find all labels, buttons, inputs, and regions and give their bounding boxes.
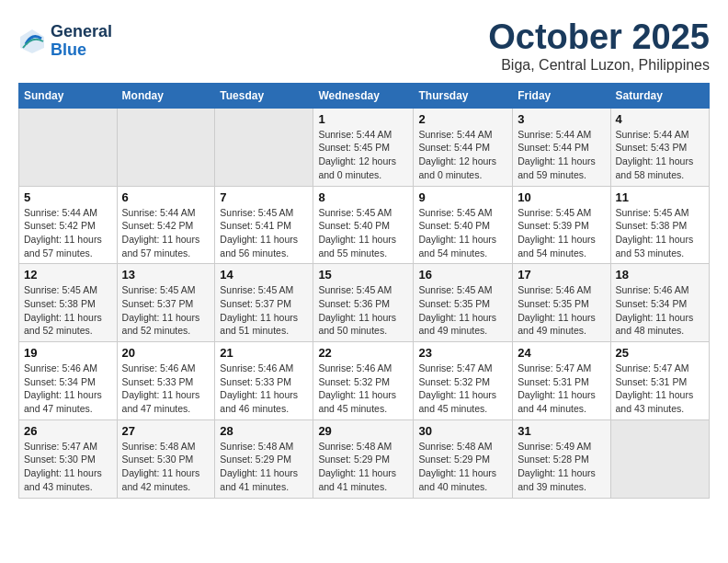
day-info: Sunrise: 5:44 AM Sunset: 5:42 PM Dayligh… xyxy=(24,206,112,260)
day-info: Sunrise: 5:44 AM Sunset: 5:43 PM Dayligh… xyxy=(616,128,705,182)
calendar-cell: 4Sunrise: 5:44 AM Sunset: 5:43 PM Daylig… xyxy=(610,108,710,186)
day-info: Sunrise: 5:46 AM Sunset: 5:32 PM Dayligh… xyxy=(318,362,408,416)
day-info: Sunrise: 5:44 AM Sunset: 5:45 PM Dayligh… xyxy=(318,128,408,182)
calendar-cell: 5Sunrise: 5:44 AM Sunset: 5:42 PM Daylig… xyxy=(19,186,118,264)
day-info: Sunrise: 5:44 AM Sunset: 5:42 PM Dayligh… xyxy=(122,206,210,260)
logo-text: General Blue xyxy=(51,23,112,60)
calendar-cell: 11Sunrise: 5:45 AM Sunset: 5:38 PM Dayli… xyxy=(610,186,710,264)
day-number: 16 xyxy=(418,268,507,282)
day-info: Sunrise: 5:46 AM Sunset: 5:34 PM Dayligh… xyxy=(24,362,112,416)
calendar-cell: 31Sunrise: 5:49 AM Sunset: 5:28 PM Dayli… xyxy=(513,419,610,498)
month-title: October 2025 xyxy=(488,18,710,57)
logo-general: General xyxy=(51,23,112,41)
calendar-cell: 20Sunrise: 5:46 AM Sunset: 5:33 PM Dayli… xyxy=(117,342,215,420)
day-header-monday: Monday xyxy=(117,83,215,108)
calendar-week-4: 19Sunrise: 5:46 AM Sunset: 5:34 PM Dayli… xyxy=(19,342,710,420)
day-info: Sunrise: 5:46 AM Sunset: 5:35 PM Dayligh… xyxy=(518,283,605,338)
calendar-week-2: 5Sunrise: 5:44 AM Sunset: 5:42 PM Daylig… xyxy=(19,186,710,264)
calendar-cell: 18Sunrise: 5:46 AM Sunset: 5:34 PM Dayli… xyxy=(610,264,710,342)
day-header-wednesday: Wednesday xyxy=(313,83,414,108)
day-info: Sunrise: 5:49 AM Sunset: 5:28 PM Dayligh… xyxy=(518,440,605,494)
day-info: Sunrise: 5:45 AM Sunset: 5:36 PM Dayligh… xyxy=(318,283,408,338)
calendar-cell: 1Sunrise: 5:44 AM Sunset: 5:45 PM Daylig… xyxy=(313,108,414,186)
day-number: 28 xyxy=(220,424,308,438)
day-number: 5 xyxy=(24,190,112,204)
day-number: 24 xyxy=(518,346,605,360)
day-info: Sunrise: 5:44 AM Sunset: 5:44 PM Dayligh… xyxy=(418,128,507,182)
calendar-cell xyxy=(19,108,118,186)
day-info: Sunrise: 5:44 AM Sunset: 5:44 PM Dayligh… xyxy=(518,128,605,182)
day-number: 11 xyxy=(616,190,705,204)
day-info: Sunrise: 5:45 AM Sunset: 5:40 PM Dayligh… xyxy=(318,206,408,260)
day-info: Sunrise: 5:45 AM Sunset: 5:41 PM Dayligh… xyxy=(220,206,308,260)
day-number: 30 xyxy=(418,424,507,438)
day-number: 31 xyxy=(518,424,605,438)
day-info: Sunrise: 5:45 AM Sunset: 5:39 PM Dayligh… xyxy=(518,206,605,260)
logo-icon xyxy=(18,28,46,55)
calendar-cell: 9Sunrise: 5:45 AM Sunset: 5:40 PM Daylig… xyxy=(414,186,513,264)
day-number: 7 xyxy=(220,190,308,204)
calendar-cell: 15Sunrise: 5:45 AM Sunset: 5:36 PM Dayli… xyxy=(313,264,414,342)
calendar-cell: 22Sunrise: 5:46 AM Sunset: 5:32 PM Dayli… xyxy=(313,342,414,420)
day-number: 18 xyxy=(616,268,705,282)
day-info: Sunrise: 5:45 AM Sunset: 5:40 PM Dayligh… xyxy=(418,206,507,260)
calendar-cell: 13Sunrise: 5:45 AM Sunset: 5:37 PM Dayli… xyxy=(117,264,215,342)
day-number: 23 xyxy=(418,346,507,360)
day-number: 27 xyxy=(122,424,210,438)
day-number: 9 xyxy=(418,190,507,204)
day-number: 1 xyxy=(318,112,408,126)
day-number: 12 xyxy=(24,268,112,282)
day-number: 10 xyxy=(518,190,605,204)
day-number: 15 xyxy=(318,268,408,282)
day-number: 13 xyxy=(122,268,210,282)
day-number: 21 xyxy=(220,346,308,360)
day-number: 20 xyxy=(122,346,210,360)
calendar-cell: 26Sunrise: 5:47 AM Sunset: 5:30 PM Dayli… xyxy=(19,419,118,498)
calendar-body: 1Sunrise: 5:44 AM Sunset: 5:45 PM Daylig… xyxy=(19,108,710,498)
day-number: 2 xyxy=(418,112,507,126)
day-info: Sunrise: 5:47 AM Sunset: 5:30 PM Dayligh… xyxy=(24,440,112,494)
calendar-week-3: 12Sunrise: 5:45 AM Sunset: 5:38 PM Dayli… xyxy=(19,264,710,342)
calendar-cell: 3Sunrise: 5:44 AM Sunset: 5:44 PM Daylig… xyxy=(513,108,610,186)
calendar-cell: 23Sunrise: 5:47 AM Sunset: 5:32 PM Dayli… xyxy=(414,342,513,420)
day-info: Sunrise: 5:48 AM Sunset: 5:30 PM Dayligh… xyxy=(122,440,210,494)
day-info: Sunrise: 5:47 AM Sunset: 5:31 PM Dayligh… xyxy=(616,362,705,416)
day-info: Sunrise: 5:45 AM Sunset: 5:37 PM Dayligh… xyxy=(122,283,210,338)
calendar-cell: 7Sunrise: 5:45 AM Sunset: 5:41 PM Daylig… xyxy=(215,186,313,264)
day-info: Sunrise: 5:48 AM Sunset: 5:29 PM Dayligh… xyxy=(418,440,507,494)
calendar: SundayMondayTuesdayWednesdayThursdayFrid… xyxy=(18,83,710,499)
day-info: Sunrise: 5:46 AM Sunset: 5:33 PM Dayligh… xyxy=(220,362,308,416)
day-number: 3 xyxy=(518,112,605,126)
calendar-cell: 21Sunrise: 5:46 AM Sunset: 5:33 PM Dayli… xyxy=(215,342,313,420)
day-header-friday: Friday xyxy=(513,83,610,108)
svg-marker-0 xyxy=(20,29,44,53)
calendar-week-1: 1Sunrise: 5:44 AM Sunset: 5:45 PM Daylig… xyxy=(19,108,710,186)
calendar-cell: 30Sunrise: 5:48 AM Sunset: 5:29 PM Dayli… xyxy=(414,419,513,498)
header: General Blue October 2025 Biga, Central … xyxy=(18,18,710,74)
calendar-cell: 19Sunrise: 5:46 AM Sunset: 5:34 PM Dayli… xyxy=(19,342,118,420)
day-info: Sunrise: 5:48 AM Sunset: 5:29 PM Dayligh… xyxy=(220,440,308,494)
day-info: Sunrise: 5:47 AM Sunset: 5:31 PM Dayligh… xyxy=(518,362,605,416)
calendar-cell xyxy=(610,419,710,498)
day-info: Sunrise: 5:45 AM Sunset: 5:37 PM Dayligh… xyxy=(220,283,308,338)
days-of-week-row: SundayMondayTuesdayWednesdayThursdayFrid… xyxy=(19,83,710,108)
day-info: Sunrise: 5:45 AM Sunset: 5:38 PM Dayligh… xyxy=(616,206,705,260)
day-number: 8 xyxy=(318,190,408,204)
day-header-saturday: Saturday xyxy=(610,83,710,108)
day-number: 29 xyxy=(318,424,408,438)
calendar-cell: 27Sunrise: 5:48 AM Sunset: 5:30 PM Dayli… xyxy=(117,419,215,498)
day-number: 6 xyxy=(122,190,210,204)
day-number: 17 xyxy=(518,268,605,282)
day-number: 26 xyxy=(24,424,112,438)
day-info: Sunrise: 5:45 AM Sunset: 5:38 PM Dayligh… xyxy=(24,283,112,338)
logo: General Blue xyxy=(18,23,112,60)
logo-blue: Blue xyxy=(51,41,112,60)
calendar-cell xyxy=(215,108,313,186)
title-area: October 2025 Biga, Central Luzon, Philip… xyxy=(488,18,710,74)
day-info: Sunrise: 5:46 AM Sunset: 5:33 PM Dayligh… xyxy=(122,362,210,416)
day-header-thursday: Thursday xyxy=(414,83,513,108)
location: Biga, Central Luzon, Philippines xyxy=(488,57,710,74)
calendar-header: SundayMondayTuesdayWednesdayThursdayFrid… xyxy=(19,83,710,108)
calendar-cell: 29Sunrise: 5:48 AM Sunset: 5:29 PM Dayli… xyxy=(313,419,414,498)
calendar-cell: 14Sunrise: 5:45 AM Sunset: 5:37 PM Dayli… xyxy=(215,264,313,342)
